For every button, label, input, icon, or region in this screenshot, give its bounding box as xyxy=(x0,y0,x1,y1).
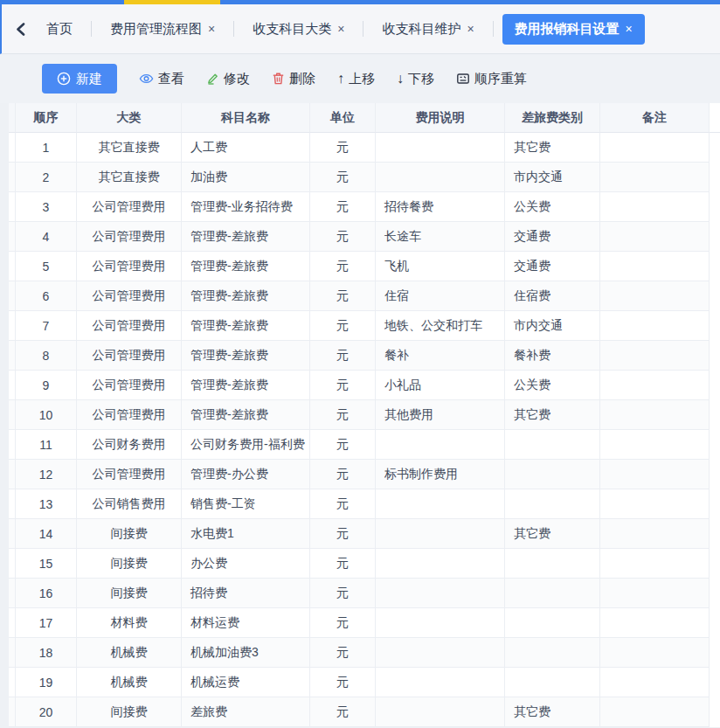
cell-remark xyxy=(600,460,710,489)
table-row[interactable]: 2 其它直接费 加油费 元 市内交通 xyxy=(9,163,720,192)
eye-icon xyxy=(139,72,154,86)
table-row[interactable]: 14 间接费 水电费1 元 其它费 xyxy=(9,519,720,549)
tab-close-icon[interactable]: × xyxy=(467,23,474,35)
tab[interactable]: 首页 xyxy=(37,14,82,45)
cell-unit: 元 xyxy=(310,133,376,163)
cell-travel xyxy=(505,608,600,638)
row-gutter xyxy=(710,579,720,608)
tab-close-icon[interactable]: × xyxy=(337,23,344,35)
cell-category: 公司财务费用 xyxy=(77,430,182,460)
cell-remark xyxy=(600,579,710,608)
tab-label: 收支科目维护 xyxy=(382,21,460,38)
tab-bar: 首页 费用管理流程图 × 收支科目大类 × 收支科目维护 × 费用报销科目设置 … xyxy=(0,4,720,54)
cell-travel: 其它费 xyxy=(505,519,600,549)
cell-category: 间接费 xyxy=(77,519,182,549)
cell-remark xyxy=(600,133,710,163)
tab[interactable]: 费用报销科目设置 × xyxy=(502,14,645,45)
table-row[interactable]: 18 机械费 机械加油费3 元 xyxy=(9,638,720,668)
new-button[interactable]: 新建 xyxy=(42,64,117,94)
cell-unit: 元 xyxy=(310,579,376,608)
table-row[interactable]: 11 公司财务费用 公司财务费用-福利费 元 xyxy=(9,430,720,460)
cell-travel xyxy=(505,489,600,519)
cell-remark xyxy=(600,489,710,519)
cell-travel: 其它费 xyxy=(505,400,600,430)
table-row[interactable]: 15 间接费 办公费 元 xyxy=(9,549,720,579)
cell-seq: 20 xyxy=(16,697,77,727)
table-header-gutter xyxy=(710,103,720,133)
row-lead-cell xyxy=(9,430,16,460)
trash-icon xyxy=(272,72,285,86)
table-row[interactable]: 13 公司销售费用 销售费-工资 元 xyxy=(9,489,720,519)
table-row[interactable]: 6 公司管理费用 管理费-差旅费 元 住宿 住宿费 xyxy=(9,281,720,311)
cell-desc xyxy=(376,430,505,460)
tab-separator xyxy=(363,21,363,37)
cell-unit: 元 xyxy=(310,400,376,430)
edit-button[interactable]: 修改 xyxy=(206,71,250,87)
row-lead-cell xyxy=(9,311,16,341)
cell-desc xyxy=(376,133,505,163)
move-down-button[interactable]: ↓ 下移 xyxy=(397,71,434,87)
view-button-label: 查看 xyxy=(158,71,184,87)
cell-remark xyxy=(600,697,710,727)
tab-close-icon[interactable]: × xyxy=(626,23,633,35)
table-row[interactable]: 19 机械费 机械运费 元 xyxy=(9,668,720,697)
cell-desc xyxy=(376,579,505,608)
column-header-desc: 费用说明 xyxy=(376,103,505,133)
cell-travel: 公关费 xyxy=(505,192,600,222)
cell-seq: 11 xyxy=(16,430,77,460)
row-gutter xyxy=(710,341,720,371)
table-row[interactable]: 1 其它直接费 人工费 元 其它费 xyxy=(9,133,720,163)
move-up-button[interactable]: ↑ 上移 xyxy=(337,71,375,87)
table-row[interactable]: 8 公司管理费用 管理费-差旅费 元 餐补 餐补费 xyxy=(9,341,720,371)
delete-button[interactable]: 删除 xyxy=(272,71,315,87)
table-row[interactable]: 16 间接费 招待费 元 xyxy=(9,579,720,608)
cell-category: 其它直接费 xyxy=(77,163,182,192)
table-row[interactable]: 20 间接费 差旅费 元 其它费 xyxy=(9,697,720,727)
table-row[interactable]: 3 公司管理费用 管理费-业务招待费 元 招待餐费 公关费 xyxy=(9,192,720,222)
tab-close-icon[interactable]: × xyxy=(208,23,215,35)
row-lead-cell xyxy=(9,400,16,430)
cell-desc: 住宿 xyxy=(376,281,505,311)
cell-name: 管理费-差旅费 xyxy=(182,341,310,371)
column-header-remark: 备注 xyxy=(600,103,710,133)
tab[interactable]: 收支科目维护 × xyxy=(372,14,483,45)
recalc-order-button[interactable]: 顺序重算 xyxy=(456,71,527,87)
tab[interactable]: 收支科目大类 × xyxy=(243,14,354,45)
cell-seq: 6 xyxy=(16,281,77,311)
cell-category: 间接费 xyxy=(77,579,182,608)
cell-desc: 地铁、公交和打车 xyxy=(376,311,505,341)
row-lead-cell xyxy=(9,549,16,579)
table-row[interactable]: 17 材料费 材料运费 元 xyxy=(9,608,720,638)
column-header-cat: 大类 xyxy=(77,103,182,133)
cell-remark xyxy=(600,371,710,400)
row-gutter xyxy=(710,697,720,727)
cell-desc: 小礼品 xyxy=(376,371,505,400)
tab[interactable]: 费用管理流程图 × xyxy=(100,14,225,45)
app-window: 首页 费用管理流程图 × 收支科目大类 × 收支科目维护 × 费用报销科目设置 … xyxy=(0,0,720,728)
cell-name: 管理费-差旅费 xyxy=(182,311,310,341)
arrow-up-icon: ↑ xyxy=(337,72,344,86)
back-chevron-icon[interactable] xyxy=(9,16,31,42)
cell-name: 管理费-业务招待费 xyxy=(182,192,310,222)
cell-unit: 元 xyxy=(310,519,376,549)
cell-name: 管理费-办公费 xyxy=(182,460,310,489)
cell-desc: 飞机 xyxy=(376,252,505,281)
table-row[interactable]: 10 公司管理费用 管理费-差旅费 元 其他费用 其它费 xyxy=(9,400,720,430)
cell-category: 公司管理费用 xyxy=(77,341,182,371)
table-row[interactable]: 9 公司管理费用 管理费-差旅费 元 小礼品 公关费 xyxy=(9,371,720,400)
row-lead-cell xyxy=(9,638,16,668)
table-row[interactable]: 12 公司管理费用 管理费-办公费 元 标书制作费用 xyxy=(9,460,720,489)
cell-seq: 7 xyxy=(16,311,77,341)
cell-name: 管理费-差旅费 xyxy=(182,222,310,252)
cell-desc: 招待餐费 xyxy=(376,192,505,222)
row-gutter xyxy=(710,133,720,163)
table-body: 1 其它直接费 人工费 元 其它费 2 其它直接费 加油费 元 市内交通 3 公… xyxy=(9,133,720,727)
cell-unit: 元 xyxy=(310,371,376,400)
table-row[interactable]: 5 公司管理费用 管理费-差旅费 元 飞机 交通费 xyxy=(9,252,720,281)
table-row[interactable]: 7 公司管理费用 管理费-差旅费 元 地铁、公交和打车 市内交通 xyxy=(9,311,720,341)
cell-desc xyxy=(376,638,505,668)
view-button[interactable]: 查看 xyxy=(139,71,184,87)
table-row[interactable]: 4 公司管理费用 管理费-差旅费 元 长途车 交通费 xyxy=(9,222,720,252)
cell-travel: 餐补费 xyxy=(505,341,600,371)
cell-name: 机械加油费3 xyxy=(182,638,310,668)
